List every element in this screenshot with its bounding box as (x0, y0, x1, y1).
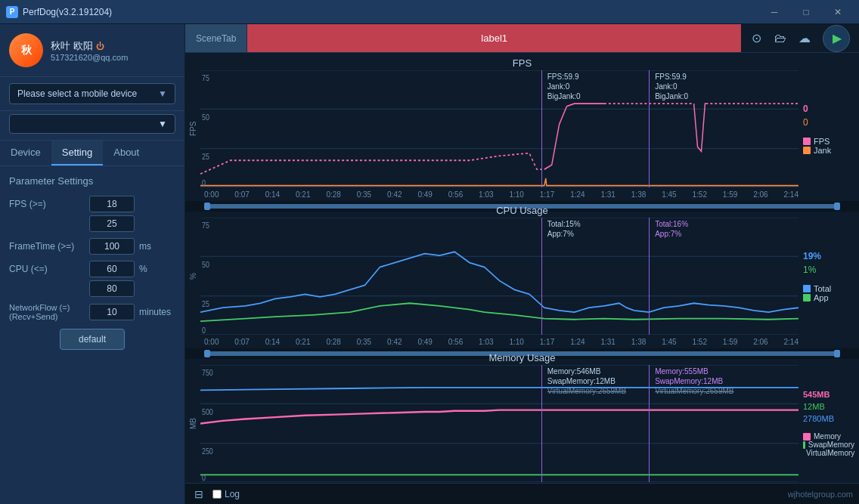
mem-legend-swap: SwapMemory (803, 441, 854, 449)
folder-icon[interactable]: 🗁 (771, 29, 789, 48)
frametime-param: FrameTime (>=) ms (9, 238, 175, 255)
fps-plot: FPS:59.9 Jank:0 BigJank:0 FPS:59.9 Jank:… (200, 70, 799, 187)
mem-legend-memory: Memory (803, 432, 854, 441)
svg-text:250: 250 (202, 447, 213, 456)
svg-text:0: 0 (202, 326, 206, 335)
mem-right-val2: 12MB (803, 402, 854, 411)
main-area: 秋 秋叶 欧阳 ⏻ 517321620@qq.com Please select… (0, 24, 859, 504)
cpu-legend-total: Total (803, 284, 854, 293)
svg-text:75: 75 (202, 74, 209, 83)
device-select-wrapper: Please select a mobile device ▼ (0, 77, 185, 111)
scene-header: SceneTab label1 ⊙ 🗁 ☁ ▶ (185, 24, 859, 53)
fps-right-val2: 0 (803, 117, 854, 128)
app-icon: P (6, 6, 18, 18)
networkflow-input[interactable] (89, 304, 135, 320)
scene-tab-label: SceneTab (185, 24, 247, 52)
memory-chart: Memory Usage MB Memory:546MB SwapMemory:… (185, 348, 859, 483)
minimize-button[interactable]: ─ (759, 2, 789, 23)
fps-time-axis: 0:000:070:14 0:210:280:35 0:420:490:56 1… (185, 187, 859, 201)
cloud-icon[interactable]: ☁ (795, 29, 814, 48)
close-button[interactable]: ✕ (823, 2, 853, 23)
cpu-input-2[interactable] (89, 280, 135, 297)
charts-area[interactable]: FPS FPS FPS:59.9 Jank:0 BigJank:0 (185, 53, 859, 483)
fps-legend-fps: FPS (803, 137, 854, 146)
fps-input-2[interactable] (89, 215, 135, 232)
scene-main-label: label1 (247, 24, 741, 52)
play-button[interactable]: ▶ (823, 25, 850, 52)
svg-text:50: 50 (202, 113, 209, 122)
maximize-button[interactable]: □ (791, 2, 821, 23)
memory-dot (803, 433, 811, 441)
mem-right-val3: 2780MB (803, 414, 854, 423)
fps-y-label: FPS (185, 70, 200, 187)
jank-dot (803, 147, 811, 154)
second-select[interactable]: ▼ (9, 114, 175, 134)
fps-input-1[interactable] (89, 196, 135, 212)
cpu-label: CPU (<=) (9, 264, 85, 274)
device-select[interactable]: Please select a mobile device ▼ (9, 83, 175, 104)
svg-text:0: 0 (202, 473, 206, 482)
memory-plot: Memory:546MB SwapMemory:12MB VirtualMemo… (200, 365, 799, 482)
content-area: SceneTab label1 ⊙ 🗁 ☁ ▶ FPS FPS (185, 24, 859, 504)
cpu-time-axis: 0:000:070:14 0:210:280:35 0:420:490:56 1… (185, 335, 859, 348)
avatar: 秋 (9, 33, 43, 67)
fps-label-2 (9, 218, 85, 229)
frametime-input[interactable] (89, 238, 135, 255)
fps-legend-jank: Jank (803, 146, 854, 155)
svg-text:0: 0 (202, 178, 206, 187)
user-name: 秋叶 欧阳 ⏻ (51, 39, 175, 53)
networkflow-param: NetworkFlow (=)(Recv+Send) minutes (9, 303, 175, 321)
default-button[interactable]: default (60, 329, 125, 350)
cpu-input-1[interactable] (89, 261, 135, 277)
mem-right-val1: 545MB (803, 390, 854, 399)
total-dot (803, 285, 811, 292)
fps-right-val1: 0 (803, 104, 854, 114)
collapse-icon[interactable]: ⊟ (191, 487, 206, 502)
svg-text:25: 25 (202, 152, 209, 161)
param-title: Parameter Settings (9, 175, 175, 187)
cpu-right-panel: 19% 1% Total App (799, 218, 859, 335)
scene-icons: ⊙ 🗁 ☁ ▶ (741, 24, 859, 52)
frametime-label: FrameTime (>=) (9, 241, 85, 252)
cpu-chart-title: CPU Usage (185, 203, 859, 218)
log-checkbox[interactable]: Log (212, 489, 240, 499)
settings-icon[interactable]: ⊙ (747, 29, 765, 48)
tab-bar: Device Setting About (0, 141, 185, 166)
app-title: PerfDog(v3.2.191204) (23, 7, 759, 17)
log-label[interactable]: Log (225, 489, 240, 499)
second-select-wrapper: ▼ (0, 111, 185, 141)
tab-about[interactable]: About (103, 141, 150, 165)
cpu-legend: Total App (803, 284, 854, 302)
second-select-arrow: ▼ (158, 119, 167, 129)
power-icon: ⏻ (96, 42, 104, 51)
window-controls: ─ □ ✕ (759, 2, 853, 23)
tab-setting[interactable]: Setting (51, 141, 103, 165)
frametime-unit: ms (139, 241, 151, 252)
fps-right-panel: 0 0 FPS Jank (799, 70, 859, 187)
cpu-right-val2: 1% (803, 264, 854, 275)
cpu-time-inner: 0:000:070:14 0:210:280:35 0:420:490:56 1… (204, 338, 799, 346)
fps-legend: FPS Jank (803, 137, 854, 155)
swap-dot (803, 441, 805, 449)
cpu-plot: Total:15% App:7% Total:16% App:7% (200, 218, 799, 335)
fps-chart: FPS FPS FPS:59.9 Jank:0 BigJank:0 (185, 53, 859, 200)
sidebar: 秋 秋叶 欧阳 ⏻ 517321620@qq.com Please select… (0, 24, 185, 504)
networkflow-unit: minutes (139, 307, 171, 317)
cpu-legend-app: App (803, 293, 854, 302)
tab-device[interactable]: Device (0, 141, 51, 165)
bottom-right: wjhotelgroup.com (788, 490, 853, 499)
watermark: wjhotelgroup.com (788, 490, 853, 499)
fps-chart-title: FPS (185, 56, 859, 70)
cpu-param: CPU (<=) % (9, 261, 175, 297)
memory-chart-inner: MB Memory:546MB SwapMemory:12MB VirtualM… (185, 365, 859, 482)
play-icon: ▶ (833, 31, 842, 45)
cpu-chart: CPU Usage % Total:15% App:7% Total:16% A… (185, 200, 859, 348)
device-select-arrow: ▼ (158, 88, 167, 99)
cpu-unit: % (139, 264, 147, 274)
cpu-chart-inner: % Total:15% App:7% Total:16% App:7% (185, 218, 859, 335)
svg-text:500: 500 (202, 407, 213, 416)
log-checkbox-input[interactable] (212, 490, 222, 499)
fps-time-inner: 0:000:070:14 0:210:280:35 0:420:490:56 1… (204, 190, 799, 199)
memory-chart-title: Memory Usage (185, 351, 859, 365)
user-section: 秋 秋叶 欧阳 ⏻ 517321620@qq.com (0, 24, 185, 77)
